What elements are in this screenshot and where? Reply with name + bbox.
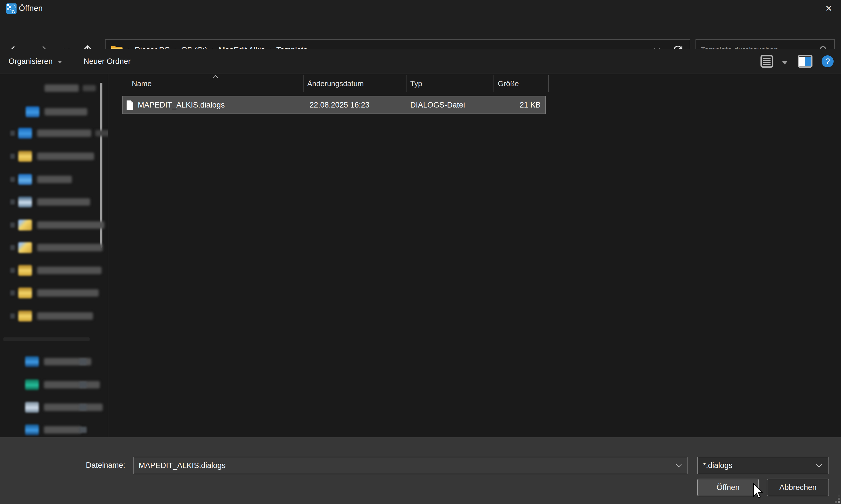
folder-icon (18, 265, 32, 276)
view-mode-caret-icon[interactable] (782, 61, 787, 65)
sidebar-item-label-redacted (37, 312, 93, 320)
window-title: Öffnen (19, 4, 43, 13)
filename-combobox (133, 457, 688, 474)
sidebar-item-label-redacted (44, 403, 103, 411)
sidebar-divider (3, 338, 90, 341)
column-header-name[interactable]: Name (132, 79, 151, 88)
sidebar-item[interactable] (0, 263, 98, 278)
column-resize-handle[interactable] (494, 75, 494, 92)
sidebar-item-label-redacted (37, 244, 103, 251)
filename-dropdown-icon[interactable] (675, 461, 683, 470)
sidebar-item-label-redacted (37, 221, 104, 229)
sidebar-item[interactable] (0, 172, 98, 187)
column-resize-handle[interactable] (548, 75, 549, 92)
sidebar-item-label-redacted (44, 108, 87, 115)
document-icon (126, 100, 134, 111)
caret-down-icon (58, 61, 61, 63)
command-bar: Organisieren Neuer Ordner ? (0, 49, 841, 74)
column-header-date[interactable]: Änderungsdatum (307, 79, 364, 88)
filetype-combobox[interactable]: *.dialogs (697, 457, 829, 474)
file-date: 22.08.2025 16:23 (309, 101, 370, 109)
file-list-pane: Name Änderungsdatum Typ Größe MAPEDIT_AL… (108, 74, 841, 437)
filetype-dropdown-icon (815, 461, 823, 470)
open-button[interactable]: Öffnen (697, 479, 759, 496)
resize-grip[interactable] (833, 496, 840, 503)
sidebar-item[interactable] (0, 286, 98, 300)
filetype-value: *.dialogs (703, 461, 733, 470)
open-button-label: Öffnen (717, 483, 740, 492)
close-icon: ✕ (825, 3, 832, 13)
sidebar-item-label-redacted (37, 129, 91, 137)
user-avatar-icon (26, 83, 39, 93)
navigation-bar: › Dieser PC › OS (C:) › MapEdit Alkis › … (0, 17, 841, 49)
file-row-selected[interactable]: MAPEDIT_ALKIS.dialogs 22.08.2025 16:23 D… (122, 96, 546, 114)
sidebar-item-subtext-redacted (83, 85, 96, 91)
sort-ascending-icon (212, 74, 219, 80)
sidebar-item-label-redacted (44, 426, 81, 434)
navigation-sidebar (0, 74, 108, 437)
sidebar-item[interactable] (0, 218, 98, 232)
sidebar-item[interactable] (0, 400, 98, 415)
content-area: Name Änderungsdatum Typ Größe MAPEDIT_AL… (0, 74, 841, 437)
expand-chevron-icon[interactable] (10, 268, 15, 273)
open-file-dialog: A Öffnen ✕ › Dieser PC › OS (C:) › (0, 0, 841, 504)
sidebar-item-label-redacted (37, 198, 90, 206)
sidebar-item[interactable] (0, 126, 98, 141)
expand-chevron-icon[interactable] (10, 177, 15, 182)
view-mode-button[interactable] (760, 54, 774, 68)
folder-icon (18, 311, 32, 322)
expand-chevron-icon[interactable] (10, 222, 15, 228)
sidebar-item-label-redacted (44, 85, 79, 92)
folder-icon (18, 151, 32, 162)
column-resize-handle[interactable] (407, 75, 407, 92)
file-name: MAPEDIT_ALKIS.dialogs (138, 101, 225, 109)
sidebar-item[interactable] (0, 422, 98, 437)
svg-text:A: A (12, 9, 15, 14)
file-size: 21 KB (519, 101, 541, 109)
new-folder-button[interactable]: Neuer Ordner (84, 49, 131, 74)
column-header-type[interactable]: Typ (410, 79, 422, 88)
sidebar-item-badge (79, 427, 87, 433)
mouse-cursor (752, 483, 764, 500)
sidebar-item[interactable] (0, 195, 98, 209)
sidebar-item[interactable] (0, 354, 98, 369)
folder-blue-icon (18, 220, 32, 231)
filename-label: Dateiname: (86, 461, 125, 470)
sidebar-item-label-redacted (37, 289, 99, 296)
sidebar-item-label-redacted (37, 176, 72, 183)
close-button[interactable]: ✕ (819, 0, 838, 17)
organize-button[interactable]: Organisieren (8, 49, 62, 74)
drive-light-icon (25, 402, 39, 413)
sidebar-item[interactable] (0, 149, 98, 164)
file-type: DIALOGS-Datei (410, 101, 465, 109)
drive-blue-icon (25, 425, 39, 435)
cloud-blue-icon (26, 106, 39, 117)
expand-chevron-icon[interactable] (10, 131, 15, 136)
expand-chevron-icon[interactable] (10, 313, 15, 319)
sidebar-item[interactable] (0, 240, 98, 255)
column-header-size[interactable]: Größe (498, 79, 519, 88)
expand-chevron-icon[interactable] (10, 154, 15, 159)
sidebar-item[interactable] (0, 309, 98, 323)
sidebar-item-subtext-redacted (95, 130, 108, 136)
sidebar-item-badge (79, 359, 87, 365)
expand-chevron-icon[interactable] (10, 290, 15, 295)
filename-input[interactable] (133, 461, 675, 470)
sidebar-item[interactable] (0, 104, 98, 119)
expand-chevron-icon[interactable] (10, 199, 15, 204)
expand-chevron-icon[interactable] (10, 245, 15, 250)
sidebar-item-badge (79, 404, 87, 411)
folder-blue-icon (18, 242, 32, 253)
cancel-button[interactable]: Abbrechen (767, 479, 829, 496)
sidebar-item-badge (79, 382, 87, 388)
sidebar-item-label-redacted (37, 152, 94, 160)
drive-blue-icon (25, 356, 39, 367)
title-bar: A Öffnen ✕ (0, 0, 841, 17)
drive-green-icon (25, 379, 39, 390)
sidebar-item[interactable] (0, 81, 98, 95)
column-resize-handle[interactable] (303, 75, 304, 92)
sidebar-item[interactable] (0, 377, 98, 392)
help-button[interactable]: ? (821, 55, 834, 68)
help-icon: ? (825, 57, 830, 66)
preview-pane-button[interactable] (798, 55, 812, 68)
